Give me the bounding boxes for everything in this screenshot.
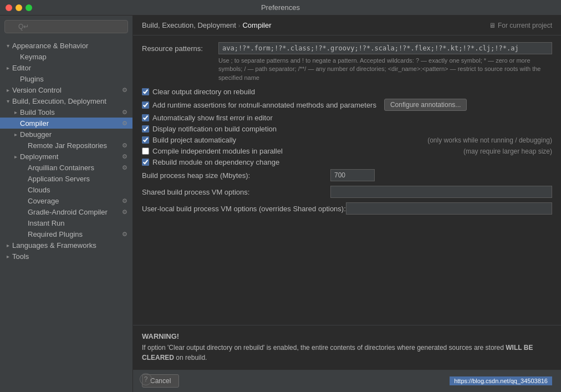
settings-icon: ⚙ [120,119,129,128]
sidebar-item-compiler[interactable]: Compiler ⚙ [0,118,132,129]
breadcrumb-project: 🖥 For current project [489,22,552,29]
clear-output-checkbox[interactable] [142,88,149,95]
warning-title: WARNING! [142,332,552,340]
sidebar-item-instant-run[interactable]: Instant Run [0,217,132,228]
configure-annotations-button[interactable]: Configure annotations... [384,99,467,111]
search-wrapper [4,20,128,33]
sidebar-item-label: Deployment [20,152,120,161]
settings-icon: ⚙ [120,163,129,172]
close-button[interactable] [6,4,12,11]
expand-icon [19,174,28,183]
sidebar-item-label: Compiler [20,119,120,128]
warning-text: If option 'Clear output directory on reb… [142,343,552,363]
expand-icon [11,108,20,116]
build-project-auto-checkbox[interactable] [142,136,149,144]
sidebar-item-remote-jar[interactable]: Remote Jar Repositories ⚙ [0,140,132,151]
expand-icon [19,230,28,238]
sidebar-item-tools[interactable]: Tools [0,251,132,262]
heap-size-row: Build process heap size (Mbytes): [142,169,552,181]
compile-parallel-checkbox[interactable] [142,147,149,155]
sidebar-item-gradle-android[interactable]: Gradle-Android Compiler ⚙ [0,206,132,217]
sidebar-item-label: Build Tools [20,108,120,116]
expand-icon [19,163,28,172]
settings-icon: ⚙ [120,85,129,94]
sidebar-item-label: Build, Execution, Deployment [12,97,130,105]
shared-vm-input[interactable] [330,186,552,198]
sidebar-item-label: Debugger [20,130,130,139]
runtime-assertions-checkbox[interactable] [142,101,149,109]
sidebar-item-appearance[interactable]: Appearance & Behavior [0,40,132,51]
expand-icon [19,207,28,216]
expand-icon [19,141,28,150]
settings-icon: ⚙ [120,108,129,116]
sidebar-item-label: Version Control [12,86,120,94]
user-vm-input[interactable] [346,202,552,215]
sidebar-item-label: Languages & Frameworks [12,241,130,250]
maximize-button[interactable] [26,4,32,11]
expand-icon [3,63,12,72]
sidebar-item-label: Remote Jar Repositories [28,141,120,150]
breadcrumb-current: Compiler [242,21,271,29]
heap-size-input[interactable] [330,169,375,181]
rebuild-module-label: Rebuild module on dependency change [152,158,279,166]
settings-panel: Resource patterns: Use ; to separate pat… [133,35,561,325]
sidebar-item-build-tools[interactable]: Build Tools ⚙ [0,106,132,118]
sidebar-item-deployment[interactable]: Deployment ⚙ [0,151,132,162]
build-project-auto-label: Build project automatically [152,136,236,144]
sidebar-item-clouds[interactable]: Clouds [0,184,132,195]
resource-patterns-input[interactable] [218,42,552,54]
settings-icon: ⚙ [120,230,129,238]
clear-output-label: Clear output directory on rebuild [152,88,255,96]
expand-icon [3,41,12,50]
display-notification-checkbox[interactable] [142,125,149,133]
resource-patterns-row: Resource patterns: [142,42,552,54]
expand-icon [3,252,12,261]
settings-icon: ⚙ [120,152,129,161]
expand-icon [11,130,20,139]
sidebar-item-keymap[interactable]: Keymap [0,51,132,62]
sidebar-item-label: Coverage [28,197,120,205]
compile-parallel-label: Compile independent modules in parallel [152,147,283,155]
rebuild-module-checkbox[interactable] [142,159,149,166]
checkbox-row-clear-output: Clear output directory on rebuild [142,88,552,96]
checkbox-row-display-notification: Display notification on build completion [142,125,552,133]
sidebar-item-label: Gradle-Android Compiler [28,208,120,216]
sidebar-item-label: Arquillian Containers [28,164,120,172]
sidebar-item-plugins[interactable]: Plugins [0,73,132,84]
sidebar-item-editor[interactable]: Editor [0,62,132,73]
sidebar-item-debugger[interactable]: Debugger [0,129,132,140]
expand-icon [19,185,28,194]
sidebar-item-arquillian[interactable]: Arquillian Containers ⚙ [0,162,132,173]
expand-icon [3,96,12,105]
help-button[interactable]: ? [140,373,152,385]
user-vm-row: User-local build process VM options (ove… [142,202,552,215]
resource-patterns-label: Resource patterns: [142,44,214,53]
content-area: Build, Execution, Deployment › Compiler … [133,16,561,392]
show-first-error-checkbox[interactable] [142,114,149,121]
search-input[interactable] [4,20,128,33]
sidebar: Appearance & Behavior Keymap Editor Plug… [0,16,133,392]
compile-parallel-note: (may require larger heap size) [463,147,552,155]
show-first-error-label: Automatically show first error in editor [152,114,273,122]
sidebar-item-app-servers[interactable]: Application Servers [0,173,132,184]
sidebar-item-label: Tools [12,252,130,261]
sidebar-item-build-execution[interactable]: Build, Execution, Deployment [0,95,132,106]
project-label: For current project [498,22,552,29]
sidebar-item-languages[interactable]: Languages & Frameworks [0,240,132,251]
display-notification-label: Display notification on build completion [152,125,277,133]
sidebar-item-required-plugins[interactable]: Required Plugins ⚙ [0,228,132,240]
title-bar: Preferences [0,0,561,16]
url-bar: https://blog.csdn.net/qq_34503816 [450,376,552,385]
sidebar-item-coverage[interactable]: Coverage ⚙ [0,195,132,206]
sidebar-item-label: Application Servers [28,175,130,183]
settings-icon: ⚙ [120,207,129,216]
expand-icon [11,52,20,61]
search-box [0,16,132,38]
sidebar-tree: Appearance & Behavior Keymap Editor Plug… [0,38,132,392]
resource-hint: Use ; to separate patterns and ! to nega… [218,57,552,82]
checkbox-row-compile-parallel: Compile independent modules in parallel … [142,147,552,155]
expand-icon [19,218,28,227]
minimize-button[interactable] [16,4,22,11]
window-title: Preferences [261,3,300,12]
sidebar-item-version-control[interactable]: Version Control ⚙ [0,84,132,95]
